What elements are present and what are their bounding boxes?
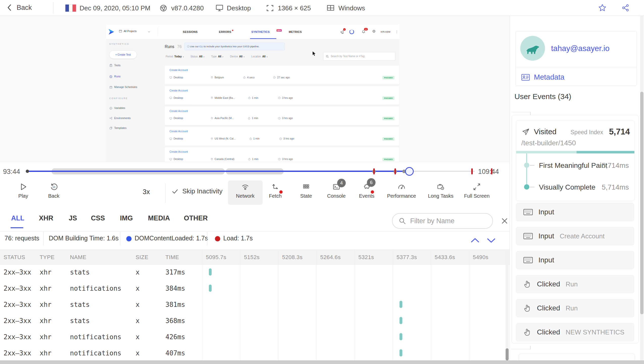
long-tasks-button[interactable]: Long Tasks: [424, 182, 457, 199]
run-location: Middle East (Ba...: [215, 96, 235, 99]
run-test-name[interactable]: Create Account: [169, 150, 188, 153]
run-test-name[interactable]: Create Account: [169, 69, 188, 72]
filter-device[interactable]: DeviceAll∨: [230, 54, 245, 58]
create-test-button[interactable]: + Create Test: [110, 51, 137, 59]
sidebar-item-tests[interactable]: Tests: [110, 63, 121, 67]
metadata-id-card-icon: [521, 74, 530, 81]
click-event-card[interactable]: Clicked NEW SYNTHETICS: [516, 323, 634, 341]
prev-marker-chevron[interactable]: [469, 237, 481, 244]
performance-button[interactable]: Performance: [385, 182, 418, 199]
back-label: Back: [48, 193, 59, 199]
user-name[interactable]: KRAIEM: [381, 31, 390, 33]
sidebar-item-runs[interactable]: Runs: [110, 74, 121, 79]
user-email[interactable]: tahay@asayer.io: [551, 44, 609, 53]
schedules-icon: [110, 86, 112, 88]
tab-xhr[interactable]: XHR: [39, 214, 53, 222]
error-marker[interactable]: [471, 168, 473, 174]
keyboard-icon: [523, 257, 533, 263]
app-search-box[interactable]: Search by Test Name or #Tag: [323, 52, 395, 61]
sidebar-item-manage-schedules[interactable]: Manage Schedules: [110, 85, 137, 89]
cli-link[interactable]: CLI: [199, 45, 203, 48]
table-scrollbar-track[interactable]: [506, 250, 509, 360]
fmp-tick: [530, 165, 534, 166]
sidebar-item-variables[interactable]: Variables: [110, 106, 125, 110]
filter-value: All: [199, 55, 202, 58]
state-button[interactable]: State: [290, 182, 323, 199]
chevron-left-icon: [7, 4, 13, 12]
run-card[interactable]: Create Account Desktop Asia Pacific (M..…: [165, 106, 399, 125]
run-card[interactable]: Create Account Desktop Canada (Central) …: [165, 147, 399, 162]
event-label: Clicked: [537, 328, 560, 336]
rail-line: [511, 112, 530, 112]
sidebar-item-templates[interactable]: Templates: [110, 126, 127, 130]
speed-toggle[interactable]: 3x: [143, 188, 150, 196]
input-event-card[interactable]: Input Create Account: [516, 227, 634, 245]
table-row[interactable]: 2xx–3xx xhr stats x 317ms: [0, 264, 505, 281]
more-menu-icon[interactable]: ⋮: [395, 30, 399, 34]
runs-icon: [110, 75, 112, 78]
skip-inactivity-toggle[interactable]: Skip Inactivity: [171, 187, 222, 195]
playhead[interactable]: [405, 167, 414, 176]
table-row[interactable]: 2xx–3xx xhr stats x 368ms: [0, 313, 505, 329]
tests-icon: [110, 64, 112, 67]
tab-js[interactable]: JS: [69, 214, 77, 222]
full-screen-button[interactable]: Full Screen: [460, 182, 493, 199]
run-card[interactable]: Create Account Desktop Belgium 4 secs 27…: [165, 66, 399, 84]
filter-period[interactable]: PeriodToday∨: [166, 54, 184, 58]
error-marker[interactable]: [491, 168, 492, 174]
run-test-name[interactable]: Create Account: [169, 130, 188, 133]
tab-other[interactable]: OTHER: [184, 214, 208, 222]
tab-media[interactable]: MEDIA: [148, 214, 170, 222]
error-marker[interactable]: [373, 168, 375, 174]
input-event-card[interactable]: Input: [516, 203, 634, 221]
browser-version: v87.0.4280: [171, 4, 204, 12]
tab-img[interactable]: IMG: [120, 214, 133, 222]
play-button[interactable]: Play: [12, 182, 35, 199]
table-scrollbar-thumb[interactable]: [506, 348, 509, 360]
run-test-name[interactable]: Create Account: [169, 109, 188, 112]
status-badge: PASSED: [382, 76, 394, 79]
sidebar-item-environments[interactable]: Environments: [110, 116, 131, 120]
click-event-card[interactable]: Clicked Run: [516, 275, 634, 293]
gear-icon[interactable]: ⚙: [372, 30, 376, 33]
click-event-card[interactable]: Clicked Run: [516, 299, 634, 317]
filter-type[interactable]: TypeAll∨: [211, 54, 224, 58]
network-button[interactable]: Network: [229, 182, 262, 199]
filter-status[interactable]: StatusAll∨: [190, 54, 205, 58]
filter-location[interactable]: LocationAll∨: [251, 54, 268, 58]
back-button[interactable]: Back: [7, 4, 32, 12]
page-title: Runs 76: [165, 44, 182, 49]
console-button[interactable]: Console: [320, 182, 353, 199]
metadata-button[interactable]: Metadata: [521, 73, 564, 81]
error-marker[interactable]: [394, 168, 396, 174]
tab-metrics[interactable]: METRICS: [289, 30, 302, 34]
back-10s-button[interactable]: 10 Back: [42, 182, 65, 199]
tab-sessions[interactable]: SESSIONS: [183, 30, 198, 34]
table-row[interactable]: 2xx–3xx xhr notifications x 426ms: [0, 329, 505, 345]
run-card[interactable]: Create Account Desktop US West (N. Cal..…: [165, 127, 399, 146]
filter-input[interactable]: Filter by Name: [392, 213, 493, 229]
run-card[interactable]: Create Account Desktop Middle East (Ba..…: [165, 86, 399, 105]
tab-css[interactable]: CSS: [91, 214, 105, 222]
table-row[interactable]: 2xx–3xx xhr stats x 381ms: [0, 297, 505, 313]
horizontal-scrollbar[interactable]: [0, 360, 644, 364]
close-panel-icon[interactable]: [501, 217, 509, 225]
cell-name: notifications: [70, 333, 121, 341]
visited-event-card[interactable]: Visited Speed Index 5,714 /test-builder/…: [516, 121, 635, 201]
tab-all[interactable]: ALL: [11, 214, 24, 222]
project-selector[interactable]: All Projects: [119, 30, 137, 33]
sidebar-scrollbar-thumb[interactable]: [640, 92, 643, 314]
app-search-placeholder: Search by Test Name or #Tag: [331, 55, 364, 58]
fetch-button[interactable]: Fetch: [259, 182, 292, 199]
app-sidebar-section-synthetics: SYNTHETICS: [109, 42, 129, 45]
input-event-card[interactable]: Input: [516, 251, 634, 269]
table-row[interactable]: 2xx–3xx xhr notifications x 384ms: [0, 281, 505, 297]
run-test-name[interactable]: Create Account: [169, 89, 188, 92]
next-marker-chevron[interactable]: [485, 237, 497, 244]
tab-synthetics[interactable]: SYNTHETICS: [251, 30, 270, 34]
tab-errors[interactable]: ERRORS: [219, 30, 231, 34]
table-row[interactable]: 2xx–3xx xhr notifications x 407ms: [0, 345, 505, 361]
events-button[interactable]: Events: [350, 182, 383, 199]
favorite-star-icon[interactable]: [598, 4, 607, 12]
share-icon[interactable]: [621, 4, 630, 12]
